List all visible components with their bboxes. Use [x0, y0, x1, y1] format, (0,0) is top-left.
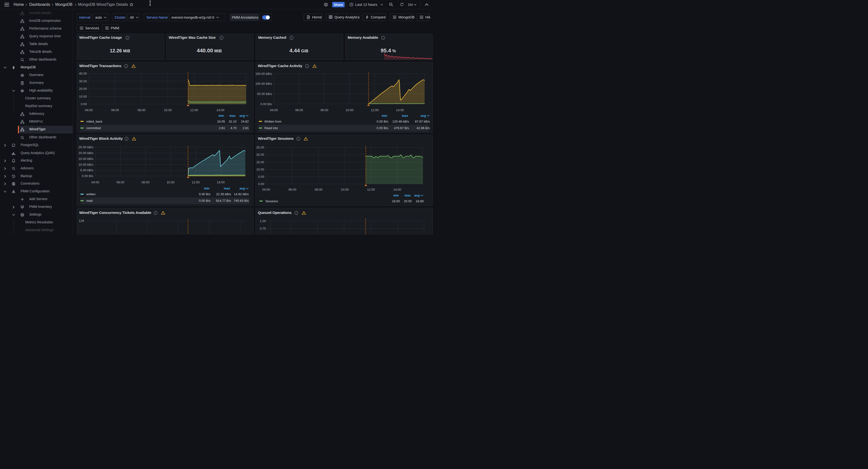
svg-text:67.67 kB/s: 67.67 kB/s — [415, 119, 430, 123]
svg-text:30.00: 30.00 — [79, 79, 87, 83]
svg-text:24.82: 24.82 — [241, 119, 249, 123]
svg-text:2.81: 2.81 — [243, 126, 249, 130]
svg-text:04:00: 04:00 — [85, 108, 93, 112]
svg-text:max: max — [224, 187, 230, 190]
svg-text:04:00: 04:00 — [262, 188, 270, 191]
svg-text:10.00 kB/s: 10.00 kB/s — [79, 162, 94, 166]
svg-text:read: read — [86, 199, 93, 202]
svg-text:0.00 B/s: 0.00 B/s — [377, 126, 388, 130]
svg-text:avg: avg — [414, 193, 420, 197]
svg-text:2.61: 2.61 — [219, 126, 225, 130]
svg-text:min: min — [393, 193, 399, 197]
svg-text:14:00: 14:00 — [396, 108, 404, 112]
svg-text:avg: avg — [240, 114, 245, 117]
svg-text:06:00: 06:00 — [111, 108, 119, 112]
svg-text:committed: committed — [86, 126, 101, 130]
svg-text:0.00 B/s: 0.00 B/s — [199, 199, 211, 202]
svg-text:20.00: 20.00 — [404, 199, 412, 203]
svg-text:479.67 B/s: 479.67 B/s — [394, 126, 409, 130]
svg-text:14:00: 14:00 — [393, 188, 401, 191]
svg-text:06:00: 06:00 — [295, 108, 303, 112]
svg-text:14:00: 14:00 — [217, 181, 225, 184]
svg-text:08:00: 08:00 — [314, 188, 322, 191]
svg-text:25.00: 25.00 — [256, 146, 265, 149]
svg-text:06:00: 06:00 — [288, 188, 297, 191]
svg-text:1.00: 1.00 — [260, 219, 266, 223]
svg-text:22.35 kB/s: 22.35 kB/s — [216, 192, 231, 196]
svg-text:15.00: 15.00 — [256, 160, 265, 164]
svg-text:06:00: 06:00 — [117, 181, 125, 184]
svg-text:20.00: 20.00 — [256, 153, 265, 156]
svg-text:max: max — [229, 114, 236, 117]
svg-text:15.00 kB/s: 15.00 kB/s — [79, 157, 94, 160]
svg-text:written: written — [86, 192, 95, 196]
svg-text:20.00 kB/s: 20.00 kB/s — [79, 151, 94, 155]
svg-text:14.92 kB/s: 14.92 kB/s — [234, 192, 249, 196]
svg-text:120.46 kB/s: 120.46 kB/s — [392, 119, 409, 123]
svg-text:10:00: 10:00 — [167, 181, 175, 184]
svg-text:100.00 kB/s: 100.00 kB/s — [255, 82, 272, 86]
svg-text:0.75: 0.75 — [260, 226, 266, 230]
svg-text:10.00: 10.00 — [79, 94, 87, 98]
svg-text:Sessions: Sessions — [265, 199, 278, 203]
svg-text:0.00 B/s: 0.00 B/s — [260, 102, 272, 105]
svg-text:25.00 kB/s: 25.00 kB/s — [79, 145, 94, 149]
svg-text:42.86 B/s: 42.86 B/s — [416, 126, 430, 130]
svg-text:5.00: 5.00 — [258, 175, 264, 178]
svg-text:14:00: 14:00 — [216, 108, 224, 112]
svg-text:50.00 kB/s: 50.00 kB/s — [257, 92, 272, 96]
svg-text:5.00 kB/s: 5.00 kB/s — [80, 168, 94, 172]
svg-text:4.70: 4.70 — [230, 126, 237, 130]
svg-text:avg: avg — [240, 187, 245, 190]
svg-text:150.00 kB/s: 150.00 kB/s — [255, 72, 272, 75]
svg-text:32.10: 32.10 — [229, 119, 237, 123]
svg-text:40.00: 40.00 — [79, 72, 87, 75]
svg-text:max: max — [402, 114, 408, 117]
svg-text:12:00: 12:00 — [367, 188, 375, 191]
svg-text:0.00: 0.00 — [258, 182, 264, 186]
svg-text:0.00: 0.00 — [81, 102, 87, 106]
svg-text:20.00: 20.00 — [79, 87, 87, 91]
svg-text:0.00 B/s: 0.00 B/s — [377, 119, 388, 123]
svg-text:Read into: Read into — [265, 126, 278, 130]
svg-text:10:00: 10:00 — [341, 188, 349, 191]
svg-text:24.05: 24.05 — [217, 119, 225, 123]
svg-text:0.00 B/s: 0.00 B/s — [82, 174, 94, 178]
svg-text:min: min — [218, 114, 224, 117]
svg-text:04:00: 04:00 — [270, 108, 278, 112]
svg-text:10.00: 10.00 — [256, 167, 265, 171]
svg-text:18.00: 18.00 — [392, 199, 400, 203]
svg-text:08:00: 08:00 — [142, 181, 150, 184]
svg-text:Written from: Written from — [265, 119, 282, 123]
svg-text:740.63 B/s: 740.63 B/s — [234, 199, 249, 202]
svg-text:avg: avg — [421, 114, 426, 117]
svg-text:12:00: 12:00 — [192, 181, 200, 184]
svg-text:129: 129 — [79, 219, 84, 222]
svg-text:914.77 B/s: 914.77 B/s — [216, 199, 231, 202]
svg-text:10:00: 10:00 — [346, 108, 353, 112]
svg-text:04:00: 04:00 — [91, 181, 99, 184]
svg-text:18.89: 18.89 — [415, 199, 424, 203]
svg-text:max: max — [404, 193, 411, 197]
svg-text:10:00: 10:00 — [164, 108, 172, 112]
svg-text:rolled_back: rolled_back — [86, 119, 102, 123]
svg-text:min: min — [382, 114, 387, 117]
svg-text:08:00: 08:00 — [320, 108, 328, 112]
svg-text:0.00 B/s: 0.00 B/s — [199, 192, 211, 196]
svg-text:12:00: 12:00 — [371, 108, 379, 112]
svg-text:min: min — [204, 187, 209, 190]
svg-text:08:00: 08:00 — [137, 108, 145, 112]
svg-text:12:00: 12:00 — [190, 108, 198, 112]
